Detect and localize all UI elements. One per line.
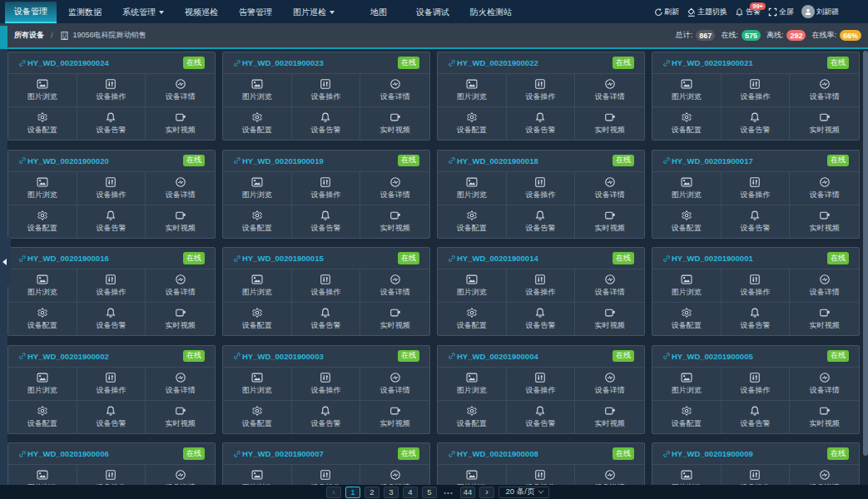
card-action-picture[interactable]: 图片浏览 [438,74,507,106]
fullscreen-button[interactable]: 全屏 [768,7,794,17]
card-action-details[interactable]: 设备详情 [575,368,644,400]
card-action-video[interactable]: 实时视频 [790,205,859,238]
card-action-operate[interactable]: 设备操作 [77,368,146,400]
device-name-link[interactable]: HY_WD_00201900007 [233,449,324,458]
card-action-details[interactable]: 设备详情 [146,368,215,400]
card-action-alarm[interactable]: 设备告警 [77,205,146,238]
card-action-config[interactable]: 设备配置 [223,400,292,433]
card-action-alarm[interactable]: 设备告警 [507,205,576,238]
card-action-picture[interactable]: 图片浏览 [652,172,722,205]
card-action-config[interactable]: 设备配置 [8,302,77,335]
card-action-alarm[interactable]: 设备告警 [507,106,576,140]
card-action-operate[interactable]: 设备操作 [722,368,791,400]
card-action-config[interactable]: 设备配置 [652,400,722,433]
card-action-details[interactable]: 设备详情 [575,172,644,205]
card-action-details[interactable]: 设备详情 [575,269,644,302]
page-button-3[interactable]: 3 [384,487,399,498]
card-action-picture[interactable]: 图片浏览 [8,269,77,302]
card-action-operate[interactable]: 设备操作 [722,172,791,205]
card-action-details[interactable]: 设备详情 [360,74,429,106]
card-action-details[interactable]: 设备详情 [790,269,859,302]
card-action-picture[interactable]: 图片浏览 [223,172,292,205]
card-action-config[interactable]: 设备配置 [438,106,507,140]
device-name-link[interactable]: HY_WD_00201900005 [662,352,753,361]
card-action-details[interactable]: 设备详情 [146,269,215,302]
page-button-last[interactable]: 44 [460,487,475,498]
card-action-video[interactable]: 实时视频 [575,400,644,433]
user-menu[interactable]: 刘新疆 [801,5,839,18]
card-action-alarm[interactable]: 设备告警 [77,400,146,433]
card-action-alarm[interactable]: 设备告警 [722,302,791,335]
card-action-operate[interactable]: 设备操作 [292,74,361,106]
card-action-config[interactable]: 设备配置 [8,205,77,238]
card-action-picture[interactable]: 图片浏览 [652,368,722,400]
card-action-picture[interactable]: 图片浏览 [223,269,292,302]
card-action-operate[interactable]: 设备操作 [722,74,791,106]
device-name-link[interactable]: HY_WD_00201900021 [662,58,753,67]
card-action-details[interactable]: 设备详情 [360,172,429,205]
page-button-2[interactable]: 2 [365,487,379,498]
device-name-link[interactable]: HY_WD_00201900022 [448,58,538,67]
device-name-link[interactable]: HY_WD_00201900003 [233,352,324,361]
device-name-link[interactable]: HY_WD_00201900014 [448,254,538,263]
card-action-config[interactable]: 设备配置 [223,302,292,335]
device-name-link[interactable]: HY_WD_00201900018 [448,156,538,166]
breadcrumb-current[interactable]: 19056电科院舞动销售 [60,30,146,41]
page-button-1[interactable]: 1 [345,487,360,498]
nav-tab-4[interactable]: 视频巡检 [176,2,227,23]
device-name-link[interactable]: HY_WD_00201900016 [18,254,109,263]
nav-tab-2[interactable]: 监测数据 [59,2,111,23]
page-size-select[interactable]: 20 条/页 [498,487,549,498]
card-action-alarm[interactable]: 设备告警 [77,106,146,140]
card-action-video[interactable]: 实时视频 [146,106,215,140]
device-name-link[interactable]: HY_WD_00201900015 [233,254,324,263]
pages-ellipsis[interactable]: ••• [441,487,456,498]
device-name-link[interactable]: HY_WD_00201900008 [448,449,538,458]
theme-switch-button[interactable]: 主题切换 [687,7,727,17]
card-action-picture[interactable]: 图片浏览 [438,269,507,302]
card-action-operate[interactable]: 设备操作 [722,269,791,302]
device-name-link[interactable]: HY_WD_00201900017 [662,156,753,166]
prev-page-button[interactable]: ‹ [326,487,341,498]
device-name-link[interactable]: HY_WD_00201900020 [18,156,109,166]
device-name-link[interactable]: HY_WD_00201900002 [18,352,109,361]
nav-tab-6[interactable]: 图片巡检 [284,2,344,23]
breadcrumb-root[interactable]: 所有设备 [14,30,44,41]
card-action-operate[interactable]: 设备操作 [507,269,576,302]
refresh-button[interactable]: 刷新 [653,7,679,17]
card-action-alarm[interactable]: 设备告警 [507,302,576,335]
page-button-5[interactable]: 5 [422,487,437,498]
card-action-config[interactable]: 设备配置 [652,302,722,335]
card-action-picture[interactable]: 图片浏览 [223,368,292,400]
card-action-details[interactable]: 设备详情 [360,269,429,302]
card-action-video[interactable]: 实时视频 [790,106,859,140]
card-action-config[interactable]: 设备配置 [438,205,507,238]
card-action-operate[interactable]: 设备操作 [507,368,576,400]
card-action-operate[interactable]: 设备操作 [77,172,146,205]
card-action-operate[interactable]: 设备操作 [77,269,146,302]
card-action-video[interactable]: 实时视频 [360,106,429,140]
card-action-details[interactable]: 设备详情 [790,74,859,106]
card-action-picture[interactable]: 图片浏览 [8,368,77,400]
card-action-operate[interactable]: 设备操作 [292,172,361,205]
nav-tab-3[interactable]: 系统管理 [113,2,173,23]
nav-tab-5[interactable]: 告警管理 [230,2,281,23]
device-name-link[interactable]: HY_WD_00201900001 [662,254,753,263]
card-action-operate[interactable]: 设备操作 [292,269,361,302]
next-page-button[interactable]: › [479,487,494,498]
card-action-config[interactable]: 设备配置 [438,302,507,335]
card-action-video[interactable]: 实时视频 [146,400,215,433]
card-action-alarm[interactable]: 设备告警 [77,302,146,335]
card-action-details[interactable]: 设备详情 [790,172,859,205]
card-action-picture[interactable]: 图片浏览 [223,74,292,106]
card-action-picture[interactable]: 图片浏览 [652,269,722,302]
card-action-operate[interactable]: 设备操作 [292,368,361,400]
card-action-alarm[interactable]: 设备告警 [292,106,361,140]
card-action-video[interactable]: 实时视频 [146,302,215,335]
card-action-config[interactable]: 设备配置 [652,205,722,238]
card-action-video[interactable]: 实时视频 [146,205,215,238]
card-action-video[interactable]: 实时视频 [360,302,429,335]
card-action-config[interactable]: 设备配置 [8,106,77,140]
card-action-operate[interactable]: 设备操作 [507,172,576,205]
nav-tab-8[interactable]: 设备调试 [407,2,459,23]
